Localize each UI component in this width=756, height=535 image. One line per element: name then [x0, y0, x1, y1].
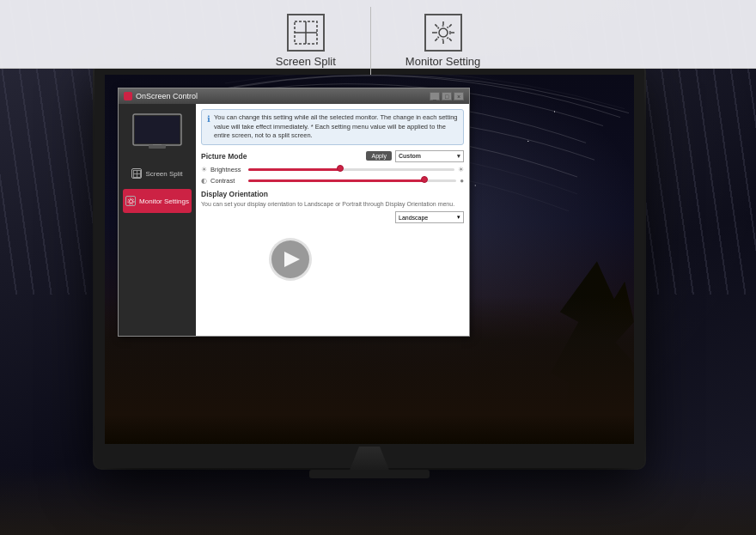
info-icon: ℹ — [207, 113, 210, 141]
sidebar-screen-split-icon — [131, 168, 142, 179]
osc-title: OnScreen Control — [124, 92, 198, 100]
monitor-setting-label: Monitor Setting — [405, 55, 480, 68]
osc-sidebar: Screen Split Monitor Set — [119, 104, 196, 336]
osc-app-title: OnScreen Control — [136, 92, 198, 100]
play-triangle-icon — [284, 252, 300, 267]
osc-main-content: ℹ You can change this setting while all … — [196, 104, 469, 336]
monitor-wrapper: OnScreen Control _ □ × — [94, 64, 662, 520]
contrast-slider-track[interactable] — [248, 179, 456, 182]
osc-app-icon — [124, 92, 132, 100]
brightness-min-icon: ☀ — [201, 166, 207, 173]
sidebar-monitor-settings-label: Monitor Settings — [139, 198, 189, 205]
orientation-dropdown-arrow: ▾ — [457, 214, 460, 221]
picture-mode-dropdown-value: Custom — [399, 153, 421, 159]
sidebar-monitor-settings[interactable]: Monitor Settings — [123, 189, 192, 213]
brightness-max-icon: ☀ — [458, 166, 464, 173]
brightness-label: Brightness — [210, 166, 245, 173]
monitor-setting-tab-icon — [424, 14, 462, 52]
display-orientation-title: Display Orientation — [201, 190, 464, 198]
svg-point-3 — [439, 28, 448, 37]
contrast-row: ◐ Contrast ● — [201, 177, 464, 185]
screen-split-label: Screen Split — [276, 55, 336, 68]
screen-split-icon — [293, 20, 319, 46]
picture-mode-dropdown-arrow: ▾ — [457, 153, 460, 160]
osc-info-text: You can change this setting while all th… — [214, 113, 458, 141]
monitor-setting-tab[interactable]: Monitor Setting — [371, 7, 515, 75]
monitor-bezel: OnScreen Control _ □ × — [94, 64, 644, 468]
picture-mode-dropdown[interactable]: Custom ▾ — [395, 150, 464, 162]
gear-icon — [430, 20, 456, 46]
orientation-dropdown-value: Landscape — [399, 215, 428, 221]
osc-close-btn[interactable]: × — [454, 92, 464, 100]
contrast-slider-thumb[interactable] — [421, 176, 428, 183]
monitor-preview-icon — [131, 112, 183, 151]
monitor-base — [309, 470, 430, 478]
sidebar-screen-split[interactable]: Screen Split — [123, 161, 192, 185]
osc-info-bar: ℹ You can change this setting while all … — [201, 109, 464, 145]
brightness-row: ☀ Brightness ☀ — [201, 166, 464, 173]
brightness-slider-fill — [248, 168, 341, 171]
display-orientation-desc: You can set your display orientation to … — [201, 200, 464, 209]
osc-application: OnScreen Control _ □ × — [118, 88, 470, 337]
osc-minimize-btn[interactable]: _ — [430, 92, 440, 100]
sidebar-monitor-settings-icon — [125, 196, 136, 206]
brightness-slider-thumb[interactable] — [337, 165, 344, 172]
contrast-slider-fill — [248, 179, 425, 182]
contrast-min-icon: ◐ — [201, 177, 207, 185]
contrast-label: Contrast — [210, 177, 245, 185]
picture-mode-section: Picture Mode Apply Custom ▾ — [201, 150, 464, 162]
svg-point-12 — [129, 199, 132, 203]
orientation-dropdown[interactable]: Landscape ▾ — [395, 211, 464, 223]
picture-mode-title: Picture Mode — [201, 152, 247, 161]
osc-maximize-btn[interactable]: □ — [442, 92, 452, 100]
contrast-max-icon: ● — [460, 177, 464, 185]
apply-button[interactable]: Apply — [366, 151, 392, 161]
sidebar-screen-split-label: Screen Split — [145, 170, 182, 178]
svg-rect-6 — [135, 116, 180, 143]
nav-tabs: Screen Split Monitor Setting — [0, 0, 756, 69]
screen-split-tab[interactable]: Screen Split — [241, 7, 371, 75]
display-orientation-section: Display Orientation You can set your dis… — [201, 190, 464, 224]
monitor-screen: OnScreen Control _ □ × — [105, 75, 634, 444]
svg-point-13 — [128, 198, 134, 204]
osc-body: Screen Split Monitor Set — [119, 104, 469, 336]
osc-window-buttons: _ □ × — [430, 92, 464, 100]
screen-background: OnScreen Control _ □ × — [105, 75, 634, 444]
brightness-slider-track[interactable] — [248, 168, 454, 171]
osc-titlebar: OnScreen Control _ □ × — [119, 88, 469, 104]
screen-split-tab-icon — [287, 14, 325, 52]
play-button[interactable] — [269, 238, 312, 281]
svg-rect-8 — [149, 145, 166, 149]
